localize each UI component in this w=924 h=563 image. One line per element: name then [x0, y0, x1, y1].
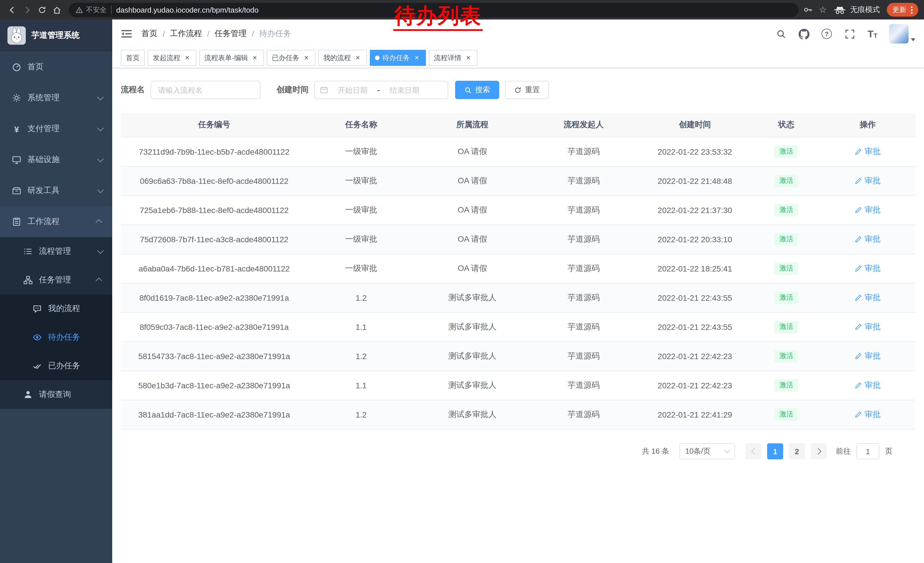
sidebar-item-dev-tools[interactable]: 研发工具	[0, 175, 112, 206]
task-name-cell: 一级审批	[308, 195, 415, 225]
close-icon[interactable]	[251, 54, 259, 62]
forward-button[interactable]	[20, 2, 34, 17]
edit-pencil-icon	[855, 382, 862, 389]
table-row: 58154733-7ac8-11ec-a9e2-a2380e71991a 1.2…	[121, 342, 915, 371]
tab-todo-tasks[interactable]: 待办任务	[370, 50, 426, 66]
address-bar[interactable]: 不安全 dashboard.yudao.iocoder.cn/bpm/task/…	[69, 3, 798, 17]
close-icon[interactable]	[302, 54, 310, 62]
tab-my-process[interactable]: 我的流程	[318, 50, 367, 66]
content: 流程名 创建时间 - 搜索 重置	[112, 68, 924, 563]
help-icon[interactable]	[820, 27, 833, 40]
task-id-cell: 8f0d1619-7ac8-11ec-a9e2-a2380e71991a	[121, 283, 308, 312]
date-range-picker[interactable]: -	[314, 81, 448, 99]
process-name-input[interactable]	[151, 81, 261, 99]
breadcrumb-separator	[252, 29, 254, 38]
back-button[interactable]	[4, 2, 20, 17]
tab-process-detail[interactable]: 流程详情	[429, 50, 477, 66]
approve-link[interactable]: 审批	[855, 410, 880, 420]
approve-link[interactable]: 审批	[855, 293, 880, 303]
reset-button[interactable]: 重置	[505, 81, 549, 99]
sidebar-item-system-management[interactable]: 系统管理	[0, 83, 112, 113]
close-icon[interactable]	[413, 54, 421, 62]
task-name-cell: 1.1	[308, 312, 415, 342]
approve-link[interactable]: 审批	[855, 322, 880, 332]
logo[interactable]: 芋道管理系统	[0, 20, 112, 51]
close-icon[interactable]	[464, 54, 472, 62]
chevron-down-icon	[98, 187, 104, 193]
tab-done-tasks[interactable]: 已办任务	[267, 50, 315, 66]
fullscreen-icon[interactable]	[843, 27, 856, 40]
search-icon[interactable]	[775, 27, 787, 40]
process-cell: OA 请假	[415, 167, 530, 195]
sidebar-item-workflow[interactable]: 工作流程	[0, 206, 112, 237]
approve-link[interactable]: 审批	[855, 351, 880, 362]
browser-menu-dots-icon[interactable]	[911, 6, 912, 14]
column-created-time: 创建时间	[637, 113, 753, 137]
approve-link[interactable]: 审批	[855, 380, 880, 390]
password-key-icon[interactable]	[803, 5, 812, 14]
clipboard-icon	[12, 217, 22, 226]
task-id-cell: a6aba0a4-7b6d-11ec-b781-acde48001122	[121, 254, 308, 283]
breadcrumb-workflow[interactable]: 工作流程	[170, 29, 202, 39]
prev-page-button[interactable]	[746, 443, 761, 459]
next-page-button[interactable]	[811, 443, 826, 459]
user-icon	[23, 390, 33, 399]
approve-link[interactable]: 审批	[855, 176, 880, 186]
sidebar-item-payment-management[interactable]: 支付管理	[0, 113, 112, 144]
task-name-cell: 一级审批	[308, 225, 415, 254]
workflow-submenu: 流程管理 任务管理 我的流程 待办任务	[0, 237, 112, 409]
sidebar-item-infrastructure[interactable]: 基础设施	[0, 144, 112, 175]
created-time-cell: 2022-01-22 23:53:32	[637, 137, 753, 167]
sidebar-item-leave-query[interactable]: 请假查询	[0, 380, 112, 409]
bookmark-star-icon[interactable]	[819, 5, 826, 15]
sidebar-item-todo-tasks[interactable]: 待办任务	[0, 323, 112, 352]
status-badge: 激活	[774, 379, 798, 392]
divider	[111, 6, 112, 14]
action-cell: 审批	[820, 312, 915, 342]
security-warning[interactable]: 不安全	[76, 5, 106, 15]
column-action: 操作	[820, 113, 915, 137]
sidebar-item-my-process[interactable]: 我的流程	[0, 294, 112, 323]
approve-link[interactable]: 审批	[855, 147, 880, 157]
page-button-1[interactable]: 1	[767, 443, 783, 459]
breadcrumb-task-management[interactable]: 任务管理	[214, 29, 247, 39]
close-icon[interactable]	[354, 54, 362, 62]
end-date-input[interactable]	[382, 85, 427, 95]
approve-link[interactable]: 审批	[855, 234, 880, 245]
github-icon[interactable]	[798, 27, 810, 40]
sidebar-item-done-tasks[interactable]: 已办任务	[0, 352, 112, 380]
tab-process-form-edit[interactable]: 流程表单-编辑	[199, 50, 264, 66]
search-button[interactable]: 搜索	[455, 81, 499, 99]
page-size-select[interactable]: 10条/页	[680, 443, 735, 459]
avatar[interactable]	[889, 24, 909, 44]
approve-link[interactable]: 审批	[855, 205, 880, 215]
security-label: 不安全	[86, 5, 106, 15]
sidebar-item-home[interactable]: 首页	[0, 51, 112, 83]
yuan-icon	[12, 124, 22, 134]
refresh-button[interactable]	[34, 2, 49, 17]
goto-page-input[interactable]	[856, 443, 879, 459]
status-cell: 激活	[753, 342, 820, 371]
page-button-2[interactable]: 2	[789, 443, 805, 459]
task-name-cell: 1.2	[308, 400, 415, 429]
sidebar-item-process-management[interactable]: 流程管理	[0, 237, 112, 266]
sidebar-toggle-button[interactable]	[121, 28, 132, 39]
action-cell: 审批	[820, 254, 915, 283]
user-menu[interactable]	[889, 24, 915, 44]
tab-home[interactable]: 首页	[121, 50, 145, 66]
table-row: 381aa1dd-7ac8-11ec-a9e2-a2380e71991a 1.2…	[121, 400, 915, 429]
action-cell: 审批	[820, 371, 915, 400]
total-count: 共 16 条	[642, 446, 669, 456]
update-button[interactable]: 更新	[887, 3, 918, 17]
start-date-input[interactable]	[330, 85, 375, 95]
home-button[interactable]	[49, 2, 64, 17]
approve-link[interactable]: 审批	[855, 263, 880, 274]
font-size-icon[interactable]	[866, 27, 879, 40]
status-badge: 激活	[774, 321, 798, 333]
breadcrumb-home[interactable]: 首页	[141, 29, 158, 39]
edit-pencil-icon	[855, 265, 862, 272]
url-text: dashboard.yudao.iocoder.cn/bpm/task/todo	[116, 6, 258, 14]
tab-start-process[interactable]: 发起流程	[148, 50, 196, 66]
sidebar-item-task-management[interactable]: 任务管理	[0, 266, 112, 294]
close-icon[interactable]	[183, 54, 191, 62]
